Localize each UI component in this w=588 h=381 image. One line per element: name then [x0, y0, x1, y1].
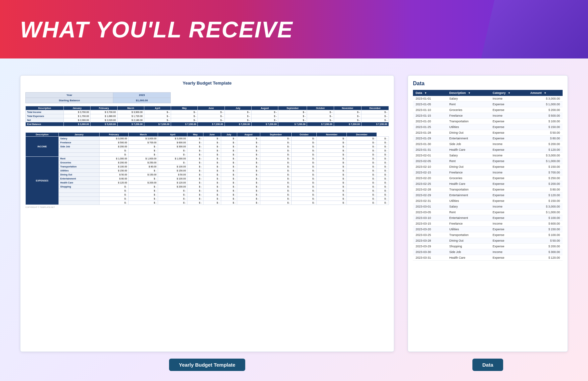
expense-row: Shopping$ -$ -$ 200.00$ -$ -$ -$ -$ -$ -… [26, 185, 389, 189]
data-description: Dining Out [447, 130, 490, 136]
expense-value: $ - [221, 181, 237, 185]
expense-value: $ - [377, 169, 389, 173]
row-value: $ - [171, 118, 198, 122]
detail-header: May [187, 133, 203, 137]
data-category: Income [490, 204, 528, 210]
income-value: $ - [292, 149, 317, 153]
data-row: 2023-02-29EntertainmentExpense$120.00 [413, 193, 563, 198]
expense-label [59, 201, 99, 205]
data-date: 2023-02-15 [413, 170, 447, 175]
expense-value: $ - [292, 201, 317, 205]
spreadsheet-title: Yearly Budget Template [25, 81, 389, 88]
income-value: $ - [347, 149, 377, 153]
data-row: 2023-03-01SalaryIncome$3,000.00 [413, 204, 563, 210]
income-value: $ - [347, 141, 377, 145]
expense-value: $ - [203, 189, 221, 193]
expense-value: $ - [260, 181, 291, 185]
row-value: $ 1,720.00 [117, 114, 144, 118]
data-amount: $80.00 [528, 187, 563, 193]
income-label [59, 153, 99, 157]
data-category: Expense [490, 136, 528, 141]
expense-value: $ - [129, 189, 158, 193]
expense-row: $ -$ -$ -$ -$ -$ -$ -$ -$ -$ -$ -$ - [26, 201, 389, 205]
income-value: $ - [260, 141, 291, 145]
row-value: $ 7,200.00 [278, 122, 307, 126]
data-description: Entertainment [447, 193, 490, 198]
yearly-budget-tab[interactable]: Yearly Budget Template [169, 359, 246, 371]
data-description: Utilities [447, 124, 490, 130]
row-value: $ - [198, 114, 225, 118]
data-category: Income [490, 96, 528, 102]
filter-arrow-icon[interactable]: ▼ [508, 92, 510, 95]
income-value: $ - [377, 153, 389, 157]
row-value: $ - [278, 114, 307, 118]
data-date: 2023-01-20 [413, 119, 447, 124]
filter-arrow-icon[interactable]: ▼ [544, 92, 547, 95]
data-description: Dining Out [447, 238, 490, 244]
income-value: $ - [347, 153, 377, 157]
expense-value: $ - [377, 173, 389, 177]
row-value: $ 5,020.00 [91, 122, 117, 126]
data-amount: $1,000.00 [528, 102, 563, 107]
income-value: $ - [221, 145, 237, 149]
income-row: Side Job$ 200.00$ -$ 300.00$ -$ -$ -$ -$… [26, 145, 389, 149]
data-amount: $600.00 [528, 221, 563, 227]
data-row: 2023-01-29EntertainmentExpense$80.00 [413, 136, 563, 141]
expense-value: $ - [260, 173, 291, 177]
row-label: Total Expenses [26, 114, 64, 118]
data-amount: $50.00 [528, 238, 563, 244]
expense-value: $ - [347, 165, 377, 169]
expense-value: $ - [347, 185, 377, 189]
filter-arrow-icon[interactable]: ▼ [468, 92, 471, 95]
data-date: 2023-02-29 [413, 193, 447, 198]
data-row: 2023-01-31Health CareExpense$120.00 [413, 147, 563, 153]
expense-value: $ - [221, 165, 237, 169]
data-tab[interactable]: Data [472, 359, 503, 371]
expense-value: $ 100.00 [158, 177, 187, 181]
data-category: Income [490, 170, 528, 175]
expense-value: $ - [317, 193, 347, 197]
data-description: Entertainment [447, 136, 490, 141]
expense-value: $ - [317, 161, 347, 165]
row-value: $ 3,700.00 [64, 110, 91, 114]
expense-label: Transportation [59, 165, 99, 169]
expense-value: $ - [99, 189, 129, 193]
expense-value: $ - [377, 197, 389, 201]
data-row: 2023-02-25Health CareExpense$200.00 [413, 181, 563, 187]
expense-value: $ - [158, 189, 187, 193]
expense-row: $ -$ -$ -$ -$ -$ -$ -$ -$ -$ -$ -$ - [26, 189, 389, 193]
income-value: $ - [187, 137, 203, 141]
income-value: $ 300.00 [158, 145, 187, 149]
data-category: Expense [490, 124, 528, 130]
income-value: $ - [221, 141, 237, 145]
expense-value: $ - [377, 165, 389, 169]
expense-value: $ - [203, 169, 221, 173]
data-description: Salary [447, 153, 490, 158]
data-date: 2023-02-10 [413, 164, 447, 170]
data-row: 2023-02-10Dining OutExpense$150.00 [413, 164, 563, 170]
data-description: Freelance [447, 170, 490, 175]
summary-header: Description [26, 106, 64, 110]
data-row: 2023-02-20GroceriesExpense$250.00 [413, 175, 563, 181]
starting-balance-value: $1,000.00 [113, 98, 171, 103]
expense-row: Health Care$ 120.00$ 200.00$ 120.00$ -$ … [26, 181, 389, 185]
income-value: $ - [158, 149, 187, 153]
expense-value: $ - [260, 177, 291, 181]
income-value: $ - [129, 149, 158, 153]
data-row: 2023-03-30Side JobIncome$300.00 [413, 249, 563, 255]
data-date: 2023-03-31 [413, 255, 447, 261]
summary-header: August [251, 106, 278, 110]
data-row: 2023-01-10GroceriesExpense$200.00 [413, 107, 563, 113]
expense-row: Transportation$ 100.00$ 80.00$ 100.00$ -… [26, 165, 389, 169]
expense-value: $ - [377, 193, 389, 197]
expense-row: Dining Out$ 50.00$ 150.00$ 50.00$ -$ -$ … [26, 173, 389, 177]
expense-value: $ - [187, 185, 203, 189]
expense-label: Utilities [59, 169, 99, 173]
row-value: $ - [144, 114, 171, 118]
expense-value: $ - [203, 197, 221, 201]
data-description: Dining Out [447, 164, 490, 170]
expense-value: $ - [203, 161, 221, 165]
row-value: $ - [307, 114, 334, 118]
filter-arrow-icon[interactable]: ▼ [424, 92, 427, 95]
expense-value: $ - [317, 185, 347, 189]
